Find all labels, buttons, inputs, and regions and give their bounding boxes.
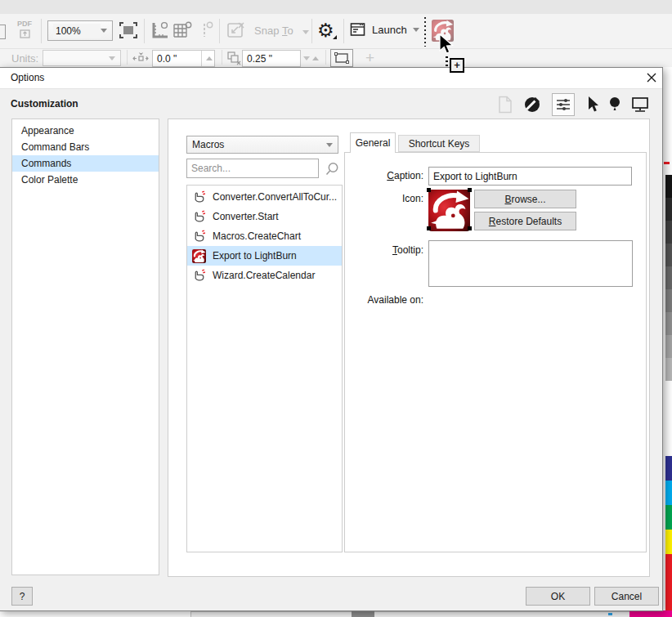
propbar-separator (325, 50, 326, 65)
list-item-selected[interactable]: Export to LightBurn (187, 246, 342, 266)
balloon-pin-icon[interactable] (609, 96, 620, 114)
sliders-icon (556, 98, 571, 111)
bounding-box-icon (334, 52, 349, 64)
browse-button[interactable]: Browse... (474, 190, 576, 208)
spinner-up-icon (206, 56, 213, 60)
palette-swatch[interactable] (665, 221, 672, 244)
available-on-label: Available on: (345, 294, 423, 306)
grid-icon[interactable] (172, 21, 192, 39)
ok-button[interactable]: OK (526, 587, 590, 606)
macro-hand-icon (192, 230, 206, 244)
document-area-sliver (662, 67, 672, 617)
palette-swatch[interactable] (665, 505, 672, 530)
list-item[interactable]: Wizard.CreateCalendar (187, 266, 342, 285)
monitor-icon[interactable] (631, 96, 649, 114)
mouse-cursor-icon (438, 34, 455, 55)
clipped-toolbar-icon (0, 25, 6, 39)
drag-insertion-marker (424, 17, 426, 47)
caption-label: Caption: (345, 170, 423, 181)
zoom-level-combobox[interactable]: 100% (47, 20, 113, 41)
restore-defaults-button[interactable]: Restore Defaults (474, 212, 576, 230)
sidebar-item-command-bars[interactable]: Command Bars (12, 139, 159, 155)
palette-swatch[interactable] (665, 335, 672, 358)
palette-swatch[interactable] (665, 289, 672, 312)
search-icon[interactable] (325, 162, 339, 176)
workspace-options-button-active[interactable] (552, 93, 575, 116)
duplicate-distance-field[interactable]: 0.25 " (242, 50, 301, 67)
color-palette-colors (665, 456, 672, 611)
snap-off-icon[interactable] (226, 21, 246, 39)
toolbar-separator (343, 19, 344, 43)
palette-swatch[interactable] (665, 312, 672, 335)
publish-pdf-button[interactable]: PDF (13, 17, 36, 45)
command-source-combobox[interactable]: Macros (186, 136, 338, 154)
corner-flyout-icon (333, 35, 337, 39)
zoom-level-value: 100% (53, 24, 101, 38)
duplicate-spinner[interactable] (301, 51, 320, 66)
cancel-button[interactable]: Cancel (594, 587, 659, 606)
palette-swatch[interactable] (665, 175, 672, 198)
dialog-header: Customization (0, 88, 662, 118)
options-scope-icons (498, 93, 649, 116)
list-item[interactable]: Macros.CreateChart (187, 226, 342, 246)
close-button[interactable] (646, 72, 659, 85)
palette-swatch[interactable] (665, 456, 672, 481)
docker-edge (190, 611, 661, 617)
zoom-to-fit-icon[interactable] (119, 22, 137, 38)
pen-globe-icon[interactable] (523, 96, 541, 114)
cursor-tools-icon[interactable] (585, 96, 598, 114)
help-button[interactable]: ? (11, 587, 33, 606)
macro-label: Converter.ConvertAllToCur... (213, 191, 337, 203)
search-input[interactable] (186, 159, 319, 178)
restore-defaults-label: Restore Defaults (489, 216, 562, 227)
palette-swatch[interactable] (665, 481, 672, 505)
page-title: Customization (11, 98, 78, 110)
chevron-down-icon (302, 30, 309, 34)
toolbar-separator (219, 19, 220, 43)
chevron-down-icon (109, 56, 115, 60)
macro-hand-icon (192, 190, 206, 204)
selection-handle (468, 188, 472, 192)
palette-swatch[interactable] (665, 266, 672, 289)
tab-general[interactable]: General (350, 132, 396, 153)
palette-swatch[interactable] (665, 244, 672, 266)
docker-gray-block (352, 610, 374, 617)
options-category-list: Appearance Command Bars Commands Color P… (11, 118, 159, 575)
application-window: PDF 100% (0, 0, 672, 617)
command-icon-preview[interactable] (428, 190, 470, 231)
rulers-icon[interactable] (151, 21, 169, 39)
tab-shortcut-keys[interactable]: Shortcut Keys (398, 135, 480, 152)
palette-swatch[interactable] (665, 198, 672, 221)
palette-swatch[interactable] (665, 554, 672, 611)
ok-label: OK (551, 591, 565, 602)
units-combobox[interactable] (43, 50, 121, 66)
guidelines-icon[interactable] (197, 21, 215, 39)
dialog-titlebar[interactable]: Options (0, 68, 662, 88)
list-item[interactable]: Converter.ConvertAllToCur... (187, 187, 342, 207)
list-item[interactable]: Converter.Start (187, 207, 342, 226)
general-tab-panel: Caption: Icon: (344, 152, 647, 552)
selection-handle (468, 226, 472, 230)
launch-button[interactable]: Launch (350, 22, 419, 38)
macro-label: Export to LightBurn (213, 250, 297, 262)
tooltip-input[interactable] (428, 240, 633, 287)
snap-to-dropdown[interactable]: Snap To (254, 25, 309, 37)
macro-list: Converter.ConvertAllToCur... Converter.S… (186, 185, 343, 552)
caption-input[interactable] (428, 167, 632, 186)
sidebar-item-color-palette[interactable]: Color Palette (12, 172, 159, 188)
nudge-spinner-up[interactable] (201, 51, 216, 66)
sidebar-item-appearance[interactable]: Appearance (12, 123, 159, 139)
selection-handle (427, 226, 431, 230)
cancel-label: Cancel (612, 591, 642, 602)
magenta-bar (629, 610, 672, 617)
launch-window-icon (350, 22, 366, 38)
palette-swatch[interactable] (665, 358, 672, 381)
document-page-icon[interactable] (498, 96, 513, 114)
add-icon: + (365, 49, 374, 67)
sidebar-item-commands[interactable]: Commands (12, 155, 159, 172)
options-gear-icon[interactable]: ⚙ (317, 20, 334, 41)
commands-panel: Macros Converter.ConvertAllToCur... (168, 118, 650, 577)
spinner-down-icon (303, 56, 310, 60)
treat-as-filled-button[interactable] (330, 49, 353, 67)
palette-swatch[interactable] (665, 530, 672, 554)
